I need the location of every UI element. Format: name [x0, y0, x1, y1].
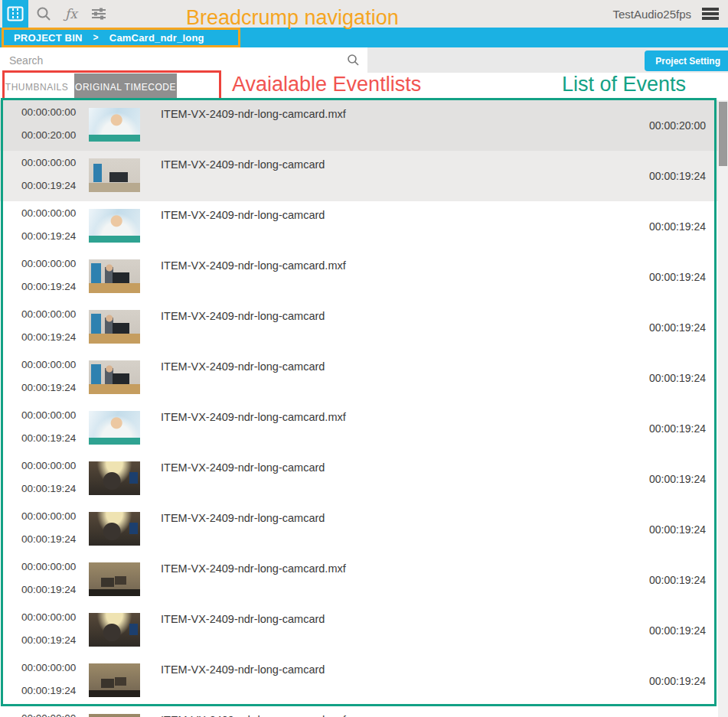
event-row[interactable]: 00:00:00:00 00:00:19:24 ITEM-VX-2409-ndr…	[0, 302, 718, 353]
event-row[interactable]: 00:00:00:00 00:00:19:24 ITEM-VX-2409-ndr…	[0, 252, 718, 302]
timecode-column: 00:00:00:00	[21, 711, 76, 717]
top-toolbar: ƒx TestAudio25fps	[0, 0, 728, 28]
tab-thumbnails[interactable]: THUMBNAILS	[0, 73, 73, 100]
event-thumbnail[interactable]	[89, 158, 140, 192]
search-tool-button[interactable]	[31, 0, 57, 28]
event-name: ITEM-VX-2409-ndr-long-camcard	[161, 612, 325, 627]
timecode-column: 00:00:00:00 00:00:19:24	[21, 458, 76, 496]
script-fx-icon: ƒx	[65, 6, 77, 21]
list-scrollbar[interactable]	[718, 100, 728, 717]
event-thumbnail[interactable]	[89, 461, 140, 495]
event-tc-out: 00:00:19:24	[21, 178, 76, 193]
event-tc-in: 00:00:00:00	[21, 307, 76, 321]
event-tc-in: 00:00:00:00	[21, 711, 76, 717]
event-tc-in: 00:00:00:00	[21, 458, 76, 473]
menu-icon[interactable]	[702, 8, 719, 20]
event-row[interactable]: 00:00:00:00 00:00:19:24 ITEM-VX-2409-ndr…	[0, 504, 718, 555]
timecode-column: 00:00:00:00 00:00:19:24	[21, 408, 76, 445]
event-thumbnail[interactable]	[89, 259, 140, 293]
event-name: ITEM-VX-2409-ndr-long-camcard	[161, 461, 325, 475]
event-name: ITEM-VX-2409-ndr-long-camcard.mxf	[161, 107, 346, 122]
event-thumbnail[interactable]	[89, 360, 140, 394]
event-duration: 00:00:19:24	[649, 523, 706, 537]
scrollbar-thumb[interactable]	[719, 102, 727, 166]
search-box	[0, 47, 367, 73]
event-duration: 00:00:19:24	[649, 371, 706, 386]
event-tc-out: 00:00:19:24	[21, 582, 76, 597]
event-tc-out: 00:00:19:24	[21, 683, 76, 698]
event-row[interactable]: 00:00:00:00 00:00:19:24 ITEM-VX-2409-ndr…	[0, 201, 718, 252]
event-row[interactable]: 00:00:00:00 00:00:19:24 ITEM-VX-2409-ndr…	[0, 403, 718, 454]
event-tc-out: 00:00:19:24	[21, 330, 76, 344]
event-name: ITEM-VX-2409-ndr-long-camcard	[161, 158, 325, 172]
event-name: ITEM-VX-2409-ndr-long-camcard	[161, 663, 325, 677]
event-thumbnail[interactable]	[89, 714, 140, 717]
filter-sliders-tool-button[interactable]	[86, 0, 112, 28]
event-row[interactable]: 00:00:00:00 00:00:19:24 ITEM-VX-2409-ndr…	[0, 656, 718, 706]
event-duration: 00:00:19:24	[649, 472, 706, 487]
event-duration: 00:00:19:24	[649, 169, 706, 184]
breadcrumb-project-bin[interactable]: PROJECT BIN	[14, 32, 83, 44]
event-thumbnail[interactable]	[89, 663, 140, 697]
event-name: ITEM-VX-2409-ndr-long-camcard.mxf	[161, 562, 346, 576]
timecode-column: 00:00:00:00 00:00:19:24	[21, 206, 76, 243]
breadcrumb-camcard-ndr-long[interactable]: CamCard_ndr_long	[109, 32, 204, 44]
event-thumbnail[interactable]	[89, 209, 140, 243]
event-tc-in: 00:00:00:00	[21, 610, 76, 624]
search-icon	[347, 54, 360, 67]
event-tc-out: 00:00:19:24	[21, 229, 76, 243]
tab-original-timecode[interactable]: ORIGINAL TIMECODE	[74, 73, 177, 100]
event-row[interactable]: 00:00:00:00 00:00:19:24 ITEM-VX-2409-ndr…	[0, 555, 718, 605]
event-thumbnail[interactable]	[89, 310, 140, 344]
timecode-column: 00:00:00:00 00:00:20:00	[21, 105, 76, 142]
event-duration: 00:00:19:24	[649, 321, 706, 335]
event-tc-in: 00:00:00:00	[21, 105, 76, 119]
filmstrip-icon	[7, 6, 24, 21]
event-row[interactable]: 00:00:00:00 00:00:19:24 ITEM-VX-2409-ndr…	[0, 605, 718, 656]
event-name: ITEM-VX-2409-ndr-long-camcard.mxf	[161, 713, 346, 717]
search-input[interactable]	[0, 47, 367, 73]
timecode-column: 00:00:00:00 00:00:19:24	[21, 509, 76, 546]
event-tc-out: 00:00:19:24	[21, 380, 76, 395]
event-duration: 00:00:19:24	[649, 674, 706, 689]
event-tc-in: 00:00:00:00	[21, 509, 76, 523]
project-setting-button[interactable]: Project Setting	[645, 51, 728, 71]
event-name: ITEM-VX-2409-ndr-long-camcard.mxf	[161, 410, 346, 425]
event-thumbnail[interactable]	[89, 562, 140, 596]
event-tc-out: 00:00:19:24	[21, 633, 76, 647]
event-thumbnail[interactable]	[89, 613, 140, 647]
bin-view-button[interactable]	[2, 0, 28, 28]
event-duration: 00:00:19:24	[649, 270, 706, 285]
event-row[interactable]: 00:00:00:00 00:00:19:24 ITEM-VX-2409-ndr…	[0, 454, 718, 504]
event-name: ITEM-VX-2409-ndr-long-camcard	[161, 208, 325, 223]
timecode-column: 00:00:00:00 00:00:19:24	[21, 610, 76, 647]
eventlist-tabs: THUMBNAILS ORIGINAL TIMECODE	[0, 73, 728, 100]
event-thumbnail[interactable]	[89, 512, 140, 546]
event-duration: 00:00:19:24	[649, 573, 706, 588]
script-fx-tool-button[interactable]: ƒx	[58, 0, 84, 28]
event-tc-in: 00:00:00:00	[21, 660, 76, 675]
event-thumbnail[interactable]	[89, 411, 140, 445]
event-name: ITEM-VX-2409-ndr-long-camcard	[161, 511, 325, 526]
event-tc-out: 00:00:19:24	[21, 481, 76, 496]
timecode-column: 00:00:00:00 00:00:19:24	[21, 357, 76, 395]
breadcrumb: PROJECT BIN > CamCard_ndr_long	[0, 28, 728, 47]
event-list: 00:00:00:00 00:00:20:00 ITEM-VX-2409-ndr…	[0, 100, 718, 717]
event-tc-out: 00:00:20:00	[21, 128, 76, 142]
event-row[interactable]: 00:00:00:00 00:00:20:00 ITEM-VX-2409-ndr…	[0, 100, 718, 151]
event-thumbnail[interactable]	[89, 108, 140, 142]
event-row[interactable]: 00:00:00:00 00:00:19:24 ITEM-VX-2409-ndr…	[0, 353, 718, 403]
event-tc-out: 00:00:19:24	[21, 431, 76, 445]
event-tc-out: 00:00:19:24	[21, 532, 76, 546]
search-row: Project Setting	[0, 47, 728, 73]
timecode-column: 00:00:00:00 00:00:19:24	[21, 256, 76, 294]
event-duration: 00:00:19:24	[649, 624, 706, 638]
timecode-column: 00:00:00:00 00:00:19:24	[21, 559, 76, 597]
event-tc-in: 00:00:00:00	[21, 408, 76, 422]
event-tc-in: 00:00:00:00	[21, 155, 76, 170]
event-name: ITEM-VX-2409-ndr-long-camcard	[161, 309, 325, 324]
event-tc-in: 00:00:00:00	[21, 256, 76, 271]
event-row[interactable]: 00:00:00:00 ITEM-VX-2409-ndr-long-camcar…	[0, 706, 718, 717]
event-row[interactable]: 00:00:00:00 00:00:19:24 ITEM-VX-2409-ndr…	[0, 151, 718, 201]
project-title: TestAudio25fps	[612, 0, 691, 28]
